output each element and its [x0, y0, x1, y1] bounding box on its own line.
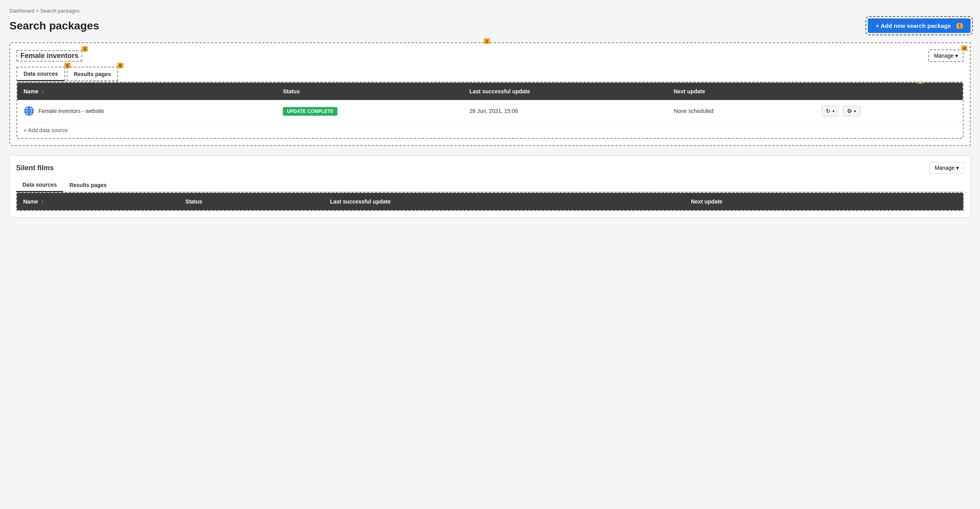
- card1-table: Name ↑ Status Last successful update Nex…: [17, 83, 963, 122]
- card2-tab-results[interactable]: Results pages: [63, 178, 113, 191]
- row-name-cell: Female inventors - website: [17, 100, 277, 122]
- card2-tabs: Data sources Results pages: [16, 178, 964, 192]
- card1-tab-results-wrapper: Results pages 6: [67, 67, 118, 81]
- card1-manage-chevron: ▾: [955, 53, 958, 59]
- card2-manage-label: Manage: [934, 165, 954, 171]
- card1-manage-label: Manage: [934, 53, 954, 59]
- add-source-label: + Add data source: [24, 127, 68, 133]
- card1-manage-button[interactable]: Manage ▾ 4: [928, 49, 964, 62]
- col-actions: [813, 83, 963, 100]
- card2-col-last-update: Last successful update: [324, 193, 685, 210]
- col-status: Status: [277, 83, 463, 100]
- card1-table-wrapper: 7 Name ↑ Status Last successful update: [16, 82, 964, 139]
- card2-manage-chevron: ▾: [956, 165, 959, 171]
- refresh-button[interactable]: ↻ ▾: [822, 105, 839, 116]
- card2-tab-datasources[interactable]: Data sources: [16, 178, 63, 192]
- table-row: Female inventors - website UPDATE COMPLE…: [17, 100, 963, 122]
- card1-outer-badge: 2: [484, 38, 490, 44]
- row-actions: ↻ ▾ ⚙ ▾: [813, 100, 963, 122]
- card1-table-badge: 7: [917, 82, 924, 84]
- col-last-update: Last successful update: [463, 83, 667, 100]
- settings-chevron-icon: ▾: [854, 109, 856, 113]
- card1-tab-datasources-wrapper: Data sources 5: [16, 67, 65, 81]
- card1-table-header-row: Name ↑ Status Last successful update Nex…: [17, 83, 963, 100]
- page-title: Search packages: [9, 20, 99, 32]
- card1-tab-results[interactable]: Results pages: [67, 67, 117, 80]
- card2-name: Silent films: [16, 164, 54, 172]
- card2-col-actions: [901, 193, 963, 210]
- globe-icon: [24, 105, 35, 116]
- add-button-badge: 1: [956, 23, 963, 29]
- card2-header: Silent films Manage ▾: [16, 162, 964, 174]
- breadcrumb-separator: >: [35, 8, 40, 14]
- silent-films-card: Silent films Manage ▾ Data sources Resul…: [9, 155, 971, 218]
- card2-table-header-row: Name ↑ Status Last successful update Nex…: [17, 193, 963, 210]
- card2-manage-button[interactable]: Manage ▾: [929, 162, 964, 174]
- card1-name-badge: 3: [82, 46, 88, 52]
- card1-manage-badge: 4: [961, 45, 967, 51]
- card1-tab-datasources[interactable]: Data sources: [17, 67, 64, 81]
- refresh-icon: ↻: [826, 108, 831, 114]
- status-badge: UPDATE COMPLETE: [283, 107, 337, 116]
- row-status-cell: UPDATE COMPLETE: [277, 100, 463, 122]
- settings-button[interactable]: ⚙ ▾: [843, 105, 860, 116]
- card1-name: Female inventors: [20, 52, 78, 60]
- card1-tab-results-badge: 6: [117, 63, 124, 68]
- gear-icon: ⚙: [847, 108, 852, 114]
- card2-col-status: Status: [179, 193, 324, 210]
- row-last-update: 28 Jun, 2021, 15:06: [463, 100, 667, 122]
- card1-header: Female inventors 3 Manage ▾ 4: [16, 49, 964, 62]
- card1-name-wrapper: Female inventors 3: [16, 50, 82, 62]
- add-data-source-row[interactable]: + Add data source: [17, 122, 963, 138]
- card2-table: Name ↑ Status Last successful update Nex…: [17, 193, 963, 210]
- refresh-chevron-icon: ▾: [832, 109, 834, 113]
- col-name[interactable]: Name ↑: [17, 83, 277, 100]
- card2-sort-icon: ↑: [41, 199, 44, 205]
- sort-icon: ↑: [42, 89, 44, 95]
- female-inventors-card: 2 Female inventors 3 Manage ▾ 4 Data sou…: [9, 42, 971, 146]
- card2-table-wrapper: Name ↑ Status Last successful update Nex…: [16, 192, 964, 211]
- row-name: Female inventors - website: [38, 108, 104, 114]
- card2-col-next-update: Next update: [685, 193, 901, 210]
- card2-col-name[interactable]: Name ↑: [17, 193, 179, 210]
- card1-tabs: Data sources 5 Results pages 6: [16, 67, 964, 82]
- col-next-update: Next update: [667, 83, 813, 100]
- add-search-package-button[interactable]: + Add new search package 1: [868, 18, 971, 33]
- breadcrumb-home[interactable]: Dashboard: [9, 8, 35, 14]
- breadcrumb-current: Search packages: [40, 8, 79, 14]
- breadcrumb: Dashboard > Search packages: [9, 8, 971, 14]
- row-next-update: None scheduled: [667, 100, 813, 122]
- add-button-label: + Add new search package: [876, 22, 951, 29]
